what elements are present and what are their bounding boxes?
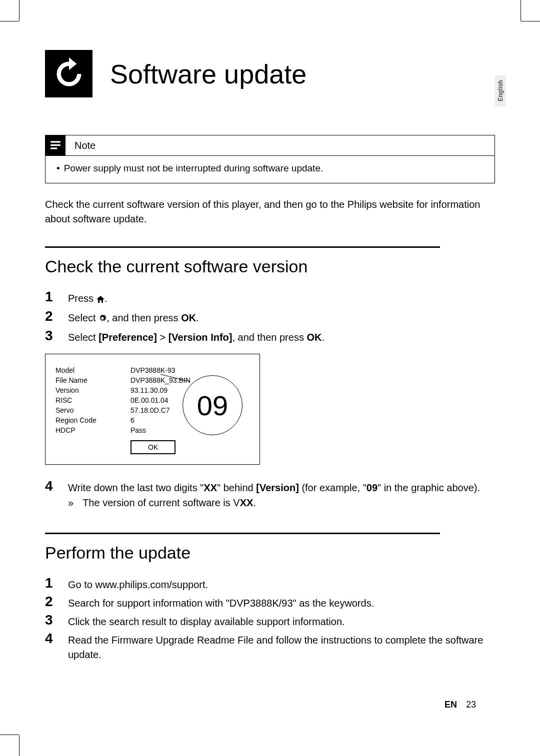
svg-rect-0	[50, 141, 60, 142]
footer-lang: EN	[444, 700, 457, 710]
pref-label: [Preference]	[98, 332, 157, 343]
kv-value: DVP3888K-93	[130, 366, 250, 374]
note-box: Note •Power supply must not be interrupt…	[45, 135, 495, 183]
xx-placeholder: XX	[240, 497, 254, 508]
step-number: 1	[45, 289, 57, 305]
svg-rect-2	[50, 147, 57, 149]
page-title: Software update	[110, 58, 306, 89]
step-text: .	[196, 312, 199, 323]
kv-label: Servo	[56, 406, 130, 414]
section-title-check-version: Check the current software version	[45, 257, 495, 276]
step-number: 4	[45, 631, 57, 647]
step-number: 3	[45, 613, 57, 628]
ok-button-illustration: OK	[130, 440, 176, 454]
footer-page-number: 23	[466, 700, 476, 710]
step-number: 3	[45, 328, 57, 344]
step-number: 2	[45, 309, 57, 324]
gear-icon	[98, 312, 106, 326]
step-text: Search for support information with "DVP…	[68, 594, 374, 611]
step-number: 4	[45, 479, 57, 494]
step-text: Select	[68, 332, 98, 343]
section-divider	[45, 533, 440, 534]
callout-bubble: 09	[182, 375, 242, 435]
version-label: [Version]	[256, 482, 299, 493]
substep-text: .	[253, 497, 256, 508]
intro-text: Check the current software version of th…	[45, 197, 495, 226]
step-text-ok: OK	[306, 332, 322, 343]
note-icon	[46, 135, 66, 155]
note-body-text: Power supply must not be interrupted dur…	[64, 163, 324, 173]
language-tab: English	[495, 75, 506, 106]
step-text: " in the graphic above).	[378, 482, 480, 493]
step-number: 2	[45, 594, 57, 610]
kv-label: Version	[56, 386, 130, 394]
svg-rect-1	[50, 144, 60, 146]
step-text: Select	[68, 312, 98, 323]
home-icon	[96, 292, 104, 307]
step-text: .	[104, 293, 108, 304]
note-label: Note	[74, 140, 96, 151]
substep-text: The version of current software is V	[82, 497, 240, 508]
step-text: , and then press	[106, 312, 181, 323]
update-icon	[45, 50, 92, 97]
step-text: >	[157, 332, 168, 343]
kv-label: RISC	[56, 396, 130, 404]
section-divider	[45, 246, 440, 248]
version-info-screen: 09 ModelDVP3888K-93 File NameDVP3888K_93…	[45, 354, 260, 465]
step-text: (for example, "	[299, 482, 366, 493]
step-text: , and then press	[232, 332, 306, 343]
section-title-perform-update: Perform the update	[45, 543, 495, 563]
step-text: Write down the last two digits "	[68, 482, 204, 493]
example-value: 09	[366, 482, 378, 493]
step-number: 1	[45, 576, 57, 591]
step-text: .	[322, 332, 324, 343]
kv-label: HDCP	[56, 426, 130, 434]
step-text: Press	[68, 293, 96, 304]
step-text: " behind	[217, 482, 256, 493]
step-text: Read the Firmware Upgrade Readme File an…	[68, 631, 495, 662]
step-text: Click the search result to display avail…	[68, 613, 345, 629]
kv-label: Model	[56, 366, 130, 374]
version-info-label: [Version Info]	[168, 332, 232, 343]
page-footer: EN 23	[444, 700, 476, 710]
step-text-ok: OK	[181, 312, 196, 323]
kv-label: File Name	[56, 376, 130, 384]
substep-arrow: »	[68, 497, 74, 509]
kv-label: Region Code	[56, 416, 130, 424]
xx-placeholder: XX	[204, 482, 217, 493]
step-text: Go to www.philips.com/support.	[68, 576, 208, 592]
